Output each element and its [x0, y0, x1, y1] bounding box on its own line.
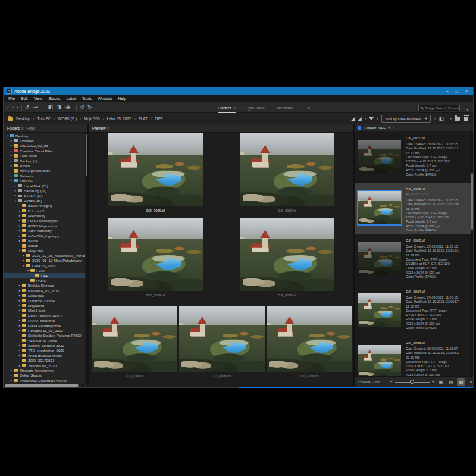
folder-tree-item[interactable]: ▸ InOut360_logotypy — [4, 233, 85, 238]
file-thumbnail[interactable] — [358, 191, 401, 234]
folder-tree-item[interactable]: ▸ Oskar Skubis — [4, 373, 85, 378]
expander-icon[interactable]: ▸ — [18, 324, 21, 327]
rotate-cw-icon[interactable]: ↻ — [87, 105, 92, 110]
filter-funnel-icon[interactable] — [369, 117, 374, 120]
expander-icon[interactable]: ▾ — [14, 199, 17, 202]
folder-tree-item[interactable]: ▸ Mayaland — [4, 303, 85, 308]
file-thumbnail[interactable] — [358, 345, 401, 376]
folder-tree-item[interactable]: Siekierki Stadion Pokorna PANO — [4, 333, 85, 338]
folder-tree-item[interactable]: ▸ Fotki mebli — [4, 154, 85, 158]
filter-label-icon[interactable]: ◢ — [358, 117, 361, 121]
folder-tree-item[interactable]: ▸ Network — [4, 173, 85, 178]
folders-vertical-scrollbar[interactable] — [85, 133, 87, 384]
preview-thumbnail[interactable]: DJI_0069.tif — [108, 133, 203, 214]
export-chevron-icon[interactable]: ▾ — [450, 117, 452, 121]
expander-icon[interactable]: ▸ — [10, 139, 13, 142]
folder-tree-item[interactable]: ZOO_20170823 — [4, 358, 85, 363]
file-thumbnail[interactable] — [358, 140, 401, 183]
panel-menu-icon[interactable]: ≡ — [108, 127, 110, 130]
folder-tree-item[interactable]: PANO — [4, 278, 85, 283]
sort-direction-icon[interactable]: ↓ — [434, 116, 436, 121]
rotate-ccw-icon[interactable]: ↺ — [80, 105, 84, 110]
folder-tree-item[interactable]: ▸ Supraśl Sierpień 2022 — [4, 343, 85, 347]
breadcrumb-item[interactable]: WORK (F:) — [58, 117, 77, 121]
menu-item[interactable]: Label — [64, 96, 80, 101]
folder-tree-item[interactable]: ▸ STARY (E:) — [4, 193, 85, 198]
new-folder-icon[interactable] — [455, 117, 460, 121]
folder-tree-item[interactable]: ▸ PANO_Moderna — [4, 318, 85, 322]
expander-icon[interactable]: ▾ — [26, 269, 30, 272]
folder-tree-item[interactable]: ▾ Moje 360 — [4, 248, 85, 253]
content-file-item[interactable]: DJI_0069.tif ⊘ ☆☆☆☆☆ Date Created: 29.09… — [355, 183, 471, 234]
folder-tree-item[interactable]: ▸ Kindle — [4, 238, 85, 243]
nav-chevron-icon[interactable]: ▾ — [17, 106, 18, 109]
expander-icon[interactable]: ▸ — [14, 194, 17, 197]
folder-tree-item[interactable]: ▸ Katowice_07_2016 — [4, 288, 85, 293]
menu-item[interactable]: Help — [115, 96, 129, 101]
expander-icon[interactable]: ▸ — [18, 294, 21, 297]
content-file-item[interactable]: DJI_0068.tif Date Created: 29.09.2022, 1… — [355, 234, 471, 285]
folder-tree-item[interactable]: ▸ FOTO Moje różne — [4, 223, 85, 228]
list-view-button[interactable]: ≡ — [467, 378, 473, 386]
folder-tree-item[interactable]: ▸ kubab — [4, 163, 85, 168]
folder-tree-item[interactable]: ▸ Lubaszki 10m54 — [4, 298, 85, 303]
panel-menu-icon[interactable]: ≡ — [393, 126, 395, 130]
folder-tree-item[interactable]: ▸ Mini 3 test — [4, 308, 85, 313]
folder-tree-item[interactable]: ▸ Libraries — [4, 138, 85, 143]
tab-menu-icon[interactable]: ≡ — [234, 107, 236, 110]
folder-tree-item[interactable]: Skansen w Tumie — [4, 338, 85, 343]
tab-preview[interactable]: Preview ≡ — [92, 126, 109, 130]
workspace-overflow-icon[interactable]: » — [308, 106, 310, 110]
expander-icon[interactable]: ▸ — [18, 239, 21, 242]
breadcrumb-item[interactable]: Desktop — [16, 117, 30, 121]
maximize-button[interactable]: □ — [456, 89, 458, 93]
folder-tree-item[interactable]: ▸ Powązki 11_09_2022 — [4, 328, 85, 333]
expander-icon[interactable]: ▸ — [18, 364, 21, 367]
workspace-tab[interactable]: Folders ≡ — [218, 102, 236, 113]
expander-icon[interactable]: ▸ — [14, 184, 17, 187]
folder-tree-item[interactable]: ▾ This PC — [4, 178, 85, 183]
expander-icon[interactable]: ▸ — [10, 149, 13, 152]
expander-icon[interactable]: ▾ — [10, 179, 13, 182]
folder-tree-item[interactable]: ▸ GBV materiały — [4, 228, 85, 233]
workspace-tab[interactable]: Light Table — [245, 102, 267, 113]
menu-item[interactable]: View — [31, 96, 46, 101]
camera-import-icon[interactable]: ◧ — [48, 105, 54, 110]
expander-icon[interactable]: ▸ — [18, 354, 21, 357]
thumbnail-view-button[interactable]: ▤ — [447, 378, 455, 386]
folder-tree-item[interactable]: ▸ TTC_mysłowice_2020 — [4, 348, 85, 353]
expander-icon[interactable]: ▸ — [18, 349, 21, 352]
expander-icon[interactable]: ▸ — [10, 379, 13, 382]
expander-icon[interactable]: ▸ — [18, 234, 21, 237]
preview-thumbnail[interactable]: DJI_0069.tif — [179, 306, 265, 380]
filter-chevron-icon[interactable]: ▾ — [365, 117, 367, 121]
folder-tree-item[interactable]: ▸ FOTO komercyjne — [4, 218, 85, 223]
menu-item[interactable]: Edit — [18, 96, 31, 101]
preview-thumbnail[interactable]: DJI_0069.tif — [267, 306, 352, 380]
expander-icon[interactable]: ▸ — [22, 254, 26, 257]
folder-tree-item[interactable]: ▸ DJI mini 2 — [4, 208, 85, 213]
details-view-button[interactable]: ▥ — [457, 378, 465, 386]
expander-icon[interactable]: ▸ — [18, 329, 21, 332]
expander-icon[interactable]: ▸ — [18, 229, 21, 232]
boomerang-icon[interactable]: ↩ — [34, 105, 39, 110]
bridge-search-input[interactable]: Bridge Search: Current — [418, 105, 460, 111]
expander-icon[interactable]: ▸ — [10, 369, 13, 372]
folder-tree-item[interactable]: ▸ Montaże komercyjne — [4, 368, 85, 372]
preview-thumbnail[interactable]: DJI_0069.tif — [92, 306, 177, 380]
content-file-item[interactable]: DJI_0070.tif Date Created: 29.09.2022, 1… — [355, 131, 471, 183]
funnel-chevron-icon[interactable]: ▾ — [377, 117, 378, 121]
expander-icon[interactable]: ▸ — [10, 374, 13, 377]
slider-knob[interactable] — [410, 380, 414, 384]
breadcrumb-item[interactable]: TIFF — [155, 117, 163, 121]
expander-icon[interactable]: ▸ — [18, 319, 21, 322]
forward-icon[interactable]: › — [12, 105, 14, 110]
expander-icon[interactable]: ▸ — [22, 259, 26, 262]
folders-horizontal-scrollbar[interactable] — [4, 384, 85, 387]
folder-tree-item[interactable]: Mini 3 gimbal buzz — [4, 168, 85, 173]
folder-tree-item[interactable]: ▸ 2020_01_12 Most Południowy — [4, 258, 85, 263]
expander-icon[interactable]: ▸ — [18, 309, 21, 312]
filter-rating-icon[interactable]: ◢ — [351, 117, 355, 121]
close-button[interactable]: × — [465, 89, 468, 93]
content-file-item[interactable]: DJI_0066.tif Date Created: 29.09.2022, 1… — [355, 336, 471, 376]
